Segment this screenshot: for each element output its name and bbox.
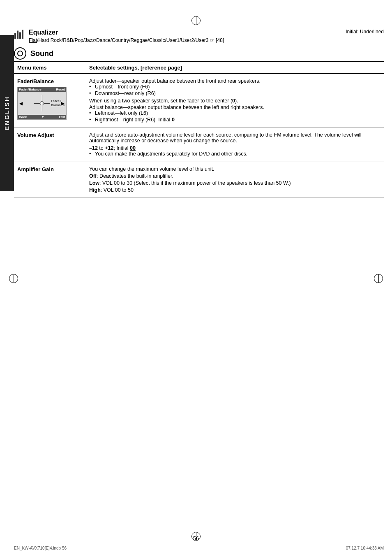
sound-icon-inner (17, 51, 23, 56)
table-row: Amplifier Gain You can change the maximu… (14, 162, 384, 197)
svg-rect-1 (17, 30, 18, 39)
fader-left-arrow: ◀ (19, 101, 23, 106)
balance-bullet-list: Leftmost—left only (L6) Rightmost—right … (89, 110, 380, 123)
eq-subtitle-flat: Flat (29, 37, 37, 43)
table-row: Volume Adjust Adjust and store auto-adju… (14, 128, 384, 162)
fader-image: Fader/Balance Reset ◀ ▶ (17, 87, 67, 120)
list-item: Rightmost—right only (R6) Initial 0 (89, 117, 380, 123)
fader-bullet-list: Upmost—front only (F6) Downmost—rear onl… (89, 84, 380, 96)
fader-cross (34, 95, 50, 111)
footer: EN_KW-AVX710[E]4.indb 56 07.12.7 10:44:3… (14, 544, 384, 550)
settings-amplifier: You can change the maximum volume level … (86, 162, 384, 197)
sound-title: Sound (30, 49, 53, 58)
list-item: Leftmost—left only (L6) (89, 110, 380, 116)
eq-subtitle-rest: /Hard Rock/R&B/Pop/Jazz/Dance/Country/Re… (37, 37, 209, 43)
list-item: Upmost—front only (F6) (89, 84, 380, 90)
eq-left: Equalizer Flat/Hard Rock/R&B/Pop/Jazz/Da… (14, 29, 224, 43)
footer-left: EN_KW-AVX710[E]4.indb 56 (14, 546, 67, 550)
page-number: 56 (193, 535, 199, 541)
fader-label: Fader/Balance (17, 78, 54, 84)
menu-item-amplifier: Amplifier Gain (14, 162, 86, 197)
list-item: You can make the adjustments separately … (89, 151, 380, 157)
equalizer-icon (14, 29, 25, 40)
main-content: Equalizer Flat/Hard Rock/R&B/Pop/Jazz/Da… (14, 29, 384, 532)
volume-bullet-list: You can make the adjustments separately … (89, 151, 380, 157)
initial-note: Initial: Underlined (346, 29, 384, 35)
corner-mark-bl (6, 544, 13, 551)
eq-subtitle-ref: ☞ [48] (210, 37, 224, 43)
col-settings-header: Selectable settings, [reference page] (86, 62, 384, 74)
sound-section: Sound (14, 47, 384, 60)
svg-rect-2 (19, 32, 21, 39)
eq-title-block: Equalizer Flat/Hard Rock/R&B/Pop/Jazz/Da… (29, 29, 224, 43)
corner-mark-tr (379, 6, 386, 13)
corner-mark-tl (6, 6, 13, 13)
svg-rect-0 (14, 33, 16, 39)
table-row: Fader/Balance Fader/Balance Reset ◀ (14, 74, 384, 128)
sound-icon (14, 47, 26, 60)
menu-item-volume: Volume Adjust (14, 128, 86, 162)
menu-item-fader: Fader/Balance Fader/Balance Reset ◀ (14, 74, 86, 128)
initial-note-underlined: Underlined (360, 29, 384, 35)
fader-header: Fader/Balance Reset (18, 87, 66, 92)
fader-body: ◀ ▶ Fader 0 Balance 0 (18, 92, 66, 115)
page: ENGLISH Equalizer (0, 0, 392, 557)
eq-title: Equalizer (29, 29, 224, 36)
footer-right: 07.12.7 10:44:38 AM (346, 546, 384, 550)
sidebar: ENGLISH (0, 35, 14, 191)
crosshair-top (191, 16, 201, 25)
equalizer-header: Equalizer Flat/Hard Rock/R&B/Pop/Jazz/Da… (14, 29, 384, 43)
list-item: Downmost—rear only (R6) (89, 91, 380, 96)
settings-volume: Adjust and store auto-adjustment volume … (86, 128, 384, 162)
fader-footer: Back ▼ Exit (18, 115, 66, 119)
settings-fader: Adjust fader—speaker output balance betw… (86, 74, 384, 128)
eq-subtitle: Flat/Hard Rock/R&B/Pop/Jazz/Dance/Countr… (29, 37, 224, 43)
sidebar-label: ENGLISH (4, 96, 10, 130)
settings-table: Menu items Selectable settings, [referen… (14, 61, 384, 197)
svg-rect-3 (22, 30, 23, 39)
col-menu-header: Menu items (14, 62, 86, 74)
fader-circle (40, 101, 44, 105)
fader-labels: Fader 0 Balance 0 (51, 99, 65, 107)
